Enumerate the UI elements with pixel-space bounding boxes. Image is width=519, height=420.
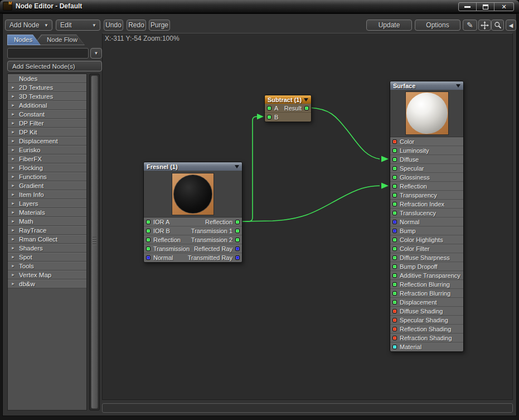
sidebar-item-materials[interactable]: ►Materials <box>8 208 86 217</box>
edit-comment-button[interactable]: ✎ <box>463 20 477 31</box>
node-port-row: IOR B Transmission 1 <box>144 226 242 235</box>
add-selected-nodes-button[interactable]: Add Selected Node(s) <box>7 61 102 71</box>
input-port[interactable] <box>146 220 151 224</box>
sidebar-item-raytrace[interactable]: ►RayTrace <box>8 226 86 235</box>
input-port[interactable] <box>392 193 397 197</box>
sidebar-item-eurisko[interactable]: ►Eurisko <box>8 146 86 155</box>
undo-button[interactable]: Undo <box>104 20 123 31</box>
sidebar-item-shaders[interactable]: ►Shaders <box>8 244 86 253</box>
add-node-dropdown[interactable]: Add Node ▼ <box>5 20 52 31</box>
output-port[interactable] <box>235 238 240 242</box>
purge-button[interactable]: Purge <box>149 20 170 31</box>
tab-nodes[interactable]: Nodes <box>7 35 41 45</box>
sidebar-item-constant[interactable]: ►Constant <box>8 110 86 119</box>
node-menu-icon[interactable] <box>456 84 460 88</box>
input-port[interactable] <box>392 291 397 296</box>
input-port[interactable] <box>392 336 397 340</box>
input-port[interactable] <box>392 238 397 242</box>
input-port[interactable] <box>146 255 151 260</box>
node-menu-icon[interactable] <box>304 98 308 102</box>
sidebar-item-dp-filter[interactable]: ►DP Filter <box>8 119 86 128</box>
sidebar-item-2d-textures[interactable]: ►2D Textures <box>8 83 86 92</box>
output-port[interactable] <box>235 255 240 260</box>
sidebar-item-layers[interactable]: ►Layers <box>8 199 86 208</box>
input-port[interactable] <box>146 247 151 251</box>
sidebar-item-rman-collect[interactable]: ►Rman Collect <box>8 235 86 244</box>
input-port[interactable] <box>392 327 397 331</box>
sidebar-item-displacement[interactable]: ►Displacement <box>8 137 86 146</box>
options-button[interactable]: Options <box>415 20 460 31</box>
input-port[interactable] <box>392 202 397 206</box>
collapse-panel-button[interactable]: ◀ <box>506 20 516 31</box>
node-header[interactable]: Fresnel (1) <box>144 162 242 171</box>
titlebar[interactable]: M Node Editor - Default ✕ <box>0 0 519 13</box>
input-port[interactable] <box>146 238 151 242</box>
node-graph-canvas[interactable]: X:-311 Y:-54 Zoom:100% Subtract (1) A <box>102 33 513 400</box>
node-header[interactable]: Surface <box>390 81 463 90</box>
edit-dropdown[interactable]: Edit ▼ <box>56 20 100 31</box>
input-port[interactable] <box>392 247 397 251</box>
input-port[interactable] <box>267 106 271 110</box>
input-port[interactable] <box>392 300 397 305</box>
list-header-nodes[interactable]: Nodes <box>8 74 86 83</box>
port-label: Normal <box>153 254 173 261</box>
close-button[interactable]: ✕ <box>494 3 513 11</box>
output-port[interactable] <box>235 229 240 233</box>
sidebar-item-tools[interactable]: ►Tools <box>8 262 86 271</box>
sidebar-item-math[interactable]: ►Math <box>8 217 86 226</box>
input-port[interactable] <box>392 309 397 313</box>
sidebar-item-additional[interactable]: ►Additional <box>8 101 86 110</box>
node-header[interactable]: Subtract (1) <box>265 95 311 104</box>
input-port[interactable] <box>392 282 397 287</box>
output-port[interactable] <box>235 247 240 251</box>
input-port[interactable] <box>392 166 397 171</box>
input-port[interactable] <box>392 139 397 144</box>
node-fresnel[interactable]: Fresnel (1) IOR A Reflection IOR B Tra <box>143 162 242 263</box>
pan-tool-button[interactable] <box>478 20 491 31</box>
node-subtract[interactable]: Subtract (1) A Result B <box>264 95 312 122</box>
node-search-input[interactable] <box>7 48 89 59</box>
sidebar-item-dbw[interactable]: ►db&w <box>8 279 86 288</box>
sidebar-item-dp-kit[interactable]: ►DP Kit <box>8 128 86 137</box>
input-port[interactable] <box>392 184 397 189</box>
sidebar-scrollbar[interactable] <box>89 74 100 411</box>
input-port[interactable] <box>392 148 397 153</box>
output-port[interactable] <box>235 220 240 224</box>
maximize-button[interactable] <box>477 3 494 11</box>
sidebar-item-fiberfx[interactable]: ►FiberFX <box>8 155 86 163</box>
node-surface[interactable]: Surface Color Luminosity Diffuse Specula… <box>390 81 464 352</box>
input-port[interactable] <box>392 211 397 215</box>
sidebar-item-flocking[interactable]: ►Flocking <box>8 163 86 172</box>
input-port[interactable] <box>392 345 397 349</box>
node-port-row: Luminosity <box>390 146 463 155</box>
tab-node-flow[interactable]: Node Flow <box>33 35 85 45</box>
input-port[interactable] <box>146 229 151 233</box>
input-port[interactable] <box>392 273 397 278</box>
input-port[interactable] <box>392 157 397 162</box>
sidebar-item-functions[interactable]: ►Functions <box>8 172 86 181</box>
sidebar-item-3d-textures[interactable]: ►3D Textures <box>8 92 86 101</box>
sidebar-item-vertex-map[interactable]: ►Vertex Map <box>8 271 86 279</box>
sidebar-item-item-info[interactable]: ►Item Info <box>8 190 86 199</box>
graph-horizontal-scrollbar[interactable] <box>102 403 513 413</box>
expand-arrow-icon: ► <box>11 237 16 241</box>
input-port[interactable] <box>267 115 271 119</box>
port-label: Bump <box>400 228 416 234</box>
sidebar-item-spot[interactable]: ►Spot <box>8 253 86 262</box>
input-port[interactable] <box>392 264 397 269</box>
input-port[interactable] <box>392 220 397 224</box>
input-port[interactable] <box>392 255 397 260</box>
update-button[interactable]: Update <box>366 20 412 31</box>
input-port[interactable] <box>392 318 397 322</box>
sidebar-item-gradient[interactable]: ►Gradient <box>8 181 86 190</box>
input-port[interactable] <box>392 175 397 180</box>
output-port[interactable] <box>304 106 309 110</box>
wire-arrowhead <box>381 156 389 162</box>
node-menu-icon[interactable] <box>235 165 239 168</box>
redo-button[interactable]: Redo <box>127 20 146 31</box>
zoom-tool-button[interactable] <box>491 20 504 31</box>
search-dropdown-button[interactable]: ▼ <box>90 48 102 59</box>
input-port[interactable] <box>392 229 397 233</box>
minimize-button[interactable] <box>459 3 477 11</box>
sidebar-scrollbar-thumb[interactable] <box>91 75 98 409</box>
